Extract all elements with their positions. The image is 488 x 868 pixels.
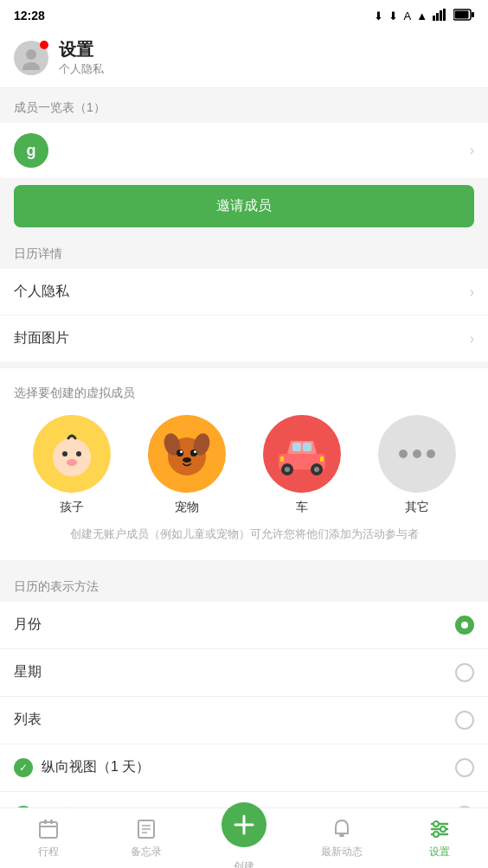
- other-icon: [378, 415, 456, 493]
- svg-point-18: [180, 450, 183, 453]
- radio-week-left: 星期: [14, 663, 42, 681]
- wifi-icon: ▲: [416, 10, 427, 22]
- pet-svg: [157, 424, 217, 484]
- svg-point-19: [194, 450, 196, 453]
- status-bar: 12:28 ⬇ ⬇ A ▲: [0, 0, 488, 31]
- status-time: 12:28: [14, 9, 45, 22]
- page-subtitle: 个人隐私: [59, 61, 104, 77]
- svg-point-44: [433, 821, 439, 827]
- nav-itinerary[interactable]: 行程: [0, 817, 98, 859]
- dots: [399, 450, 435, 458]
- radio-week-circle: [455, 663, 474, 682]
- radio-week-label: 星期: [14, 663, 42, 681]
- svg-rect-3: [443, 9, 446, 21]
- virtual-icons: 孩子: [14, 415, 474, 515]
- nav-itinerary-label: 行程: [38, 845, 59, 859]
- nav-settings[interactable]: 设置: [390, 817, 488, 859]
- nav-activity[interactable]: 最新动态: [292, 817, 390, 859]
- cover-arrow-icon: ›: [470, 331, 474, 347]
- radio-week[interactable]: 星期: [0, 649, 488, 697]
- member-avatar: g: [14, 133, 48, 168]
- svg-point-25: [285, 467, 290, 472]
- battery-icon: [453, 9, 474, 23]
- app-icon: A: [403, 10, 411, 22]
- radio-v1-left: ✓ 纵向视图（1 天）: [14, 758, 150, 777]
- avatar: [14, 41, 48, 75]
- cover-label: 封面图片: [14, 329, 69, 348]
- cover-row[interactable]: 封面图片 ›: [0, 316, 488, 361]
- baby-label: 孩子: [60, 500, 84, 515]
- svg-point-7: [26, 49, 36, 60]
- calendar-section-label: 日历详情: [0, 234, 488, 269]
- radio-month-left: 月份: [14, 616, 42, 634]
- radio-list-circle: [455, 711, 474, 730]
- create-button[interactable]: [222, 802, 266, 847]
- baby-icon: [33, 415, 111, 493]
- dot3: [427, 450, 435, 458]
- dot1: [399, 450, 408, 458]
- svg-point-10: [62, 451, 67, 456]
- radio-v1[interactable]: ✓ 纵向视图（1 天）: [0, 744, 488, 792]
- page-header: 设置 个人隐私: [59, 38, 104, 77]
- car-icon: [263, 415, 341, 493]
- svg-rect-32: [44, 820, 47, 824]
- virtual-car[interactable]: 车: [263, 415, 341, 515]
- radio-list[interactable]: 列表: [0, 697, 488, 744]
- radio-v1-label: 纵向视图（1 天）: [42, 758, 150, 776]
- virtual-other[interactable]: 其它: [378, 415, 456, 515]
- svg-point-16: [177, 450, 183, 456]
- car-label: 车: [296, 500, 308, 515]
- download2-icon: ⬇: [388, 10, 398, 22]
- car-svg: [272, 424, 332, 484]
- svg-point-20: [183, 457, 191, 463]
- avatar-icon: [19, 46, 43, 70]
- invite-button[interactable]: 邀请成员: [14, 185, 474, 227]
- svg-rect-6: [455, 10, 469, 18]
- memo-icon: [134, 817, 158, 841]
- itinerary-icon: [36, 817, 61, 841]
- svg-point-17: [190, 450, 197, 456]
- svg-rect-30: [40, 822, 57, 838]
- virtual-section: 选择要创建的虚拟成员 孩子: [0, 368, 488, 560]
- page-title: 设置: [59, 38, 104, 61]
- signal-icon: [433, 9, 448, 23]
- dot2: [413, 450, 421, 458]
- content: 成员一览表（1） g › 邀请成员 日历详情 个人隐私 › 封面图片 › 选择要…: [0, 88, 488, 868]
- nav-create-label: 创建: [234, 859, 254, 868]
- calendar-card: 个人隐私 › 封面图片 ›: [0, 269, 488, 361]
- svg-rect-40: [339, 834, 344, 837]
- nav-activity-label: 最新动态: [321, 845, 363, 859]
- radio-month[interactable]: 月份: [0, 602, 488, 649]
- radio-v1-circle: [455, 758, 474, 777]
- virtual-baby[interactable]: 孩子: [33, 415, 111, 515]
- nav-memo[interactable]: 备忘录: [98, 817, 196, 859]
- svg-rect-33: [50, 820, 53, 824]
- svg-rect-22: [292, 443, 301, 451]
- display-section-label: 日历的表示方法: [0, 567, 488, 602]
- virtual-pet[interactable]: 宠物: [148, 415, 226, 515]
- privacy-label: 个人隐私: [14, 283, 69, 301]
- svg-rect-29: [280, 456, 284, 462]
- top-bar: 设置 个人隐私: [0, 31, 488, 88]
- pet-icon: [148, 415, 226, 493]
- virtual-desc: 创建无账户成员（例如儿童或宠物）可允许您将他们添加为活动参与者: [14, 526, 474, 543]
- radio-list-label: 列表: [14, 711, 42, 729]
- svg-point-46: [433, 832, 439, 837]
- nav-create[interactable]: 创建: [196, 802, 293, 868]
- other-label: 其它: [405, 500, 429, 515]
- svg-point-9: [53, 438, 91, 476]
- svg-point-11: [76, 451, 81, 456]
- svg-rect-23: [303, 443, 311, 451]
- green-badge-v1: ✓: [14, 758, 33, 777]
- radio-month-label: 月份: [14, 616, 42, 634]
- members-section-label: 成员一览表（1）: [0, 88, 488, 123]
- radio-list-left: 列表: [14, 711, 42, 729]
- svg-point-45: [440, 827, 446, 832]
- svg-rect-0: [433, 16, 435, 21]
- member-item[interactable]: g ›: [0, 123, 488, 178]
- bottom-nav: 行程 备忘录 创建 最新动态 设置: [0, 807, 488, 868]
- privacy-row[interactable]: 个人隐私 ›: [0, 269, 488, 316]
- members-card: g ›: [0, 123, 488, 178]
- svg-rect-5: [472, 12, 474, 17]
- svg-rect-2: [440, 10, 442, 21]
